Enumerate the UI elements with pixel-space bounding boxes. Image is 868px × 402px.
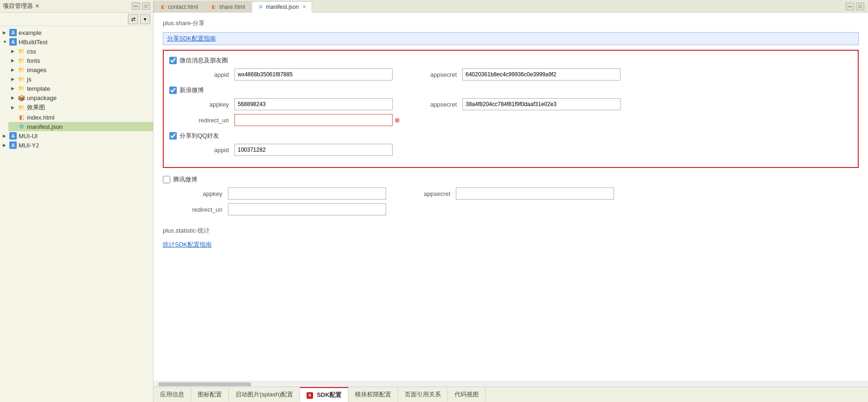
sidebar-item-effectmap[interactable]: ▶ 📁 效果图 — [8, 102, 153, 113]
tree-arrow-mui-ui: ▶ — [3, 134, 7, 138]
sidebar-item-example[interactable]: ▶ A example — [0, 28, 153, 37]
sdk-statistic-guide-link[interactable]: 统计SDK配置指南 — [163, 240, 859, 250]
tree-icon-mui-ui: A — [9, 132, 17, 140]
section-statistic-label: plus.statistic-统计 — [163, 225, 859, 237]
bottom-tab-codeview[interactable]: 代码视图 — [448, 388, 486, 402]
tab-icon-contact: ◧ — [160, 4, 166, 10]
bottom-tab-moduleconfig[interactable]: 模块权限配置 — [348, 388, 398, 402]
sinaweibo-group: 新浪微博 appkey appsecret redirect_uri ⊗ — [169, 86, 852, 126]
sinaweibo-checkbox[interactable] — [169, 87, 177, 94]
sinaweibo-redirect-input[interactable] — [234, 114, 393, 126]
bottom-tab-sdkconfig-label: SDK配置 — [317, 391, 341, 398]
sidebar-item-index-html[interactable]: ▶ ◧ index.html — [8, 113, 153, 122]
tencentweibo-appsecret-label: appsecret — [414, 190, 456, 197]
tree-arrow-js: ▶ — [11, 77, 16, 81]
tab-share[interactable]: ◧ share.html — [205, 1, 251, 12]
tree-arrow-effectmap: ▶ — [11, 105, 16, 110]
horizontal-scrollbar[interactable] — [154, 381, 868, 387]
tree-label-css: css — [27, 48, 36, 55]
bottom-tab-appinfo[interactable]: 应用信息 — [154, 388, 191, 402]
tree-icon-index-html: ◧ — [18, 114, 25, 121]
sidebar-sync-btn[interactable]: ⇄ — [128, 14, 138, 24]
editor-minimize-btn[interactable]: — — [846, 3, 854, 10]
bottom-tab-pagerefs[interactable]: 页面引用关系 — [398, 388, 448, 402]
bottom-tab-codeview-label: 代码视图 — [454, 391, 479, 398]
sidebar-item-manifest-json[interactable]: ▶ ⚙ manifest.json — [8, 122, 153, 131]
sidebar-menu-btn[interactable]: ▾ — [140, 14, 150, 24]
sinaweibo-appkey-input[interactable] — [234, 98, 393, 110]
editor-maximize-btn[interactable]: □ — [856, 3, 864, 10]
sidebar-item-css[interactable]: ▶ 📁 css — [8, 47, 153, 56]
tree-icon-manifest-json: ⚙ — [18, 123, 25, 130]
tree-arrow-hbuildtest: ▼ — [3, 40, 7, 44]
share-section: 微信消息及朋友圈 appid appsecret — [163, 50, 859, 168]
tree-arrow-unpackage: ▶ — [11, 95, 16, 100]
section-share-label: plus.share-分享 — [163, 17, 859, 29]
sinaweibo-appsecret-input[interactable] — [462, 98, 621, 110]
sidebar-close-icon[interactable]: ✕ — [35, 3, 40, 9]
tree-label-images: images — [27, 67, 47, 74]
sidebar-item-js[interactable]: ▶ 📁 js — [8, 74, 153, 84]
tree-label-hbuildtest: HBuildTest — [19, 39, 47, 46]
bottom-tab-appinfo-label: 应用信息 — [160, 391, 184, 398]
sidebar-item-mui-yj[interactable]: ▶ A MUI-YJ — [0, 141, 153, 150]
bottom-tab-iconconfig[interactable]: 图标配置 — [191, 388, 229, 402]
sinaweibo-appkey-label: appkey — [179, 101, 234, 108]
sidebar-item-unpackage[interactable]: ▶ 📦 unpackage — [8, 93, 153, 102]
sinaweibo-header: 新浪微博 — [169, 86, 852, 94]
sinaweibo-error-icon: ⊗ — [394, 116, 400, 124]
scrollbar-thumb[interactable] — [158, 382, 251, 386]
tab-manifest[interactable]: ⚙ manifest.json ✕ — [252, 1, 313, 13]
tencentweibo-checkbox[interactable] — [163, 176, 170, 183]
wechat-appsecret-right: appsecret — [421, 68, 621, 80]
tencentweibo-appsecret-right: appsecret — [414, 188, 614, 200]
sidebar-header: 项目管理器 ✕ — □ — [0, 0, 153, 13]
tree-arrow-fonts: ▶ — [11, 58, 16, 63]
content-area: ◧ contact.html ◧ share.html ⚙ manifest.j… — [154, 0, 868, 402]
tree-label-mui-yj: MUI-YJ — [19, 142, 39, 149]
qq-appid-row: appid — [169, 144, 852, 156]
sinaweibo-redirect-label: redirect_uri — [179, 117, 234, 124]
tree-icon-mui-yj: A — [9, 141, 17, 149]
sidebar-item-template[interactable]: ▶ 📁 template — [8, 84, 153, 93]
bottom-tab-sdkconfig[interactable]: ✕ SDK配置 — [300, 387, 348, 402]
tree-icon-example: A — [9, 29, 17, 36]
tree-icon-css: 📁 — [18, 47, 25, 55]
sidebar-item-hbuildtest[interactable]: ▼ A HBuildTest — [0, 37, 153, 47]
sidebar-minimize-btn[interactable]: — — [132, 2, 140, 10]
qq-appid-input[interactable] — [234, 144, 393, 156]
tab-label-contact: contact.html — [168, 4, 198, 10]
qq-header: 分享到QQ好友 — [169, 132, 852, 140]
wechat-appsecret-label: appsecret — [421, 71, 462, 78]
sidebar-item-fonts[interactable]: ▶ 📁 fonts — [8, 56, 153, 65]
tree-arrow-images: ▶ — [11, 67, 16, 72]
qq-title: 分享到QQ好友 — [180, 132, 219, 140]
tencentweibo-appkey-input[interactable] — [228, 188, 386, 200]
tencentweibo-redirect-input[interactable] — [228, 203, 386, 215]
sidebar-item-images[interactable]: ▶ 📁 images — [8, 65, 153, 74]
sidebar-item-mui-ui[interactable]: ▶ A MUI-UI — [0, 131, 153, 141]
tree-label-mui-ui: MUI-UI — [19, 133, 38, 140]
tencentweibo-title: 腾讯微博 — [173, 175, 197, 184]
wechat-appid-input[interactable] — [234, 68, 393, 80]
wechat-header: 微信消息及朋友圈 — [169, 56, 852, 65]
wechat-checkbox[interactable] — [169, 57, 177, 64]
tree-icon-unpackage: 📦 — [18, 94, 25, 101]
sdk-guide-link[interactable]: 分享SDK配置指南 — [163, 32, 859, 45]
bottom-tab-splashconfig[interactable]: 启动图片(splash)配置 — [229, 388, 300, 402]
tab-contact[interactable]: ◧ contact.html — [154, 1, 204, 12]
tencentweibo-appsecret-input[interactable] — [456, 188, 614, 200]
wechat-appsecret-input[interactable] — [462, 68, 621, 80]
window-controls: — □ — [842, 1, 868, 12]
tree-label-index-html: index.html — [27, 114, 54, 121]
tree-icon-images: 📁 — [18, 66, 25, 74]
sdk-config-error-icon: ✕ — [307, 392, 313, 399]
qq-appid-label: appid — [179, 147, 234, 154]
tencentweibo-appkey-row: appkey appsecret — [163, 188, 859, 200]
tab-close-manifest[interactable]: ✕ — [302, 4, 306, 9]
sidebar-maximize-btn[interactable]: □ — [142, 2, 150, 10]
qq-checkbox[interactable] — [169, 132, 177, 140]
tree-label-manifest-json: manifest.json — [27, 123, 63, 130]
statistic-section: plus.statistic-统计 统计SDK配置指南 — [163, 225, 859, 250]
sinaweibo-redirect-row: redirect_uri ⊗ — [169, 114, 852, 126]
